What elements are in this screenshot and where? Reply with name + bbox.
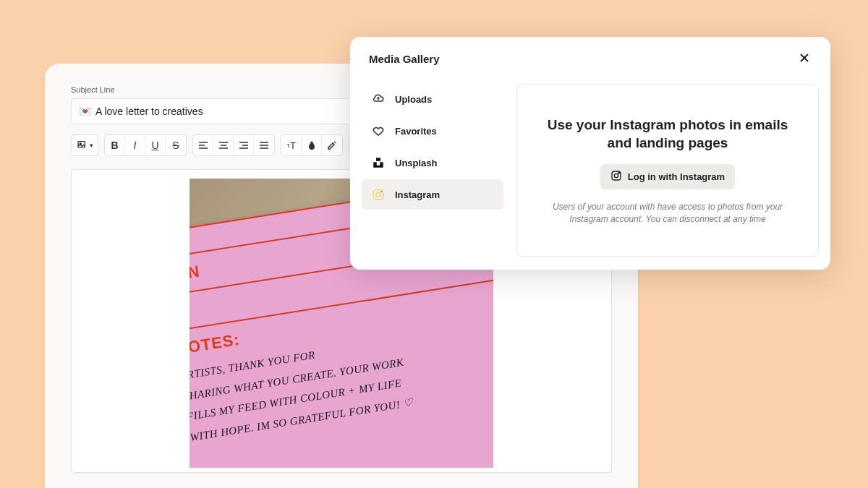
- italic-button[interactable]: I: [125, 135, 145, 155]
- instagram-icon: [372, 188, 385, 201]
- instagram-heading: Use your Instagram photos in emails and …: [546, 116, 789, 153]
- text-size-button[interactable]: TT: [281, 135, 302, 155]
- subject-line-value: A love letter to creatives: [95, 106, 203, 117]
- unsplash-icon: [372, 156, 385, 169]
- login-with-instagram-button[interactable]: Log in with Instagram: [600, 164, 735, 189]
- instagram-disclaimer: Users of your account with have access t…: [552, 201, 783, 226]
- svg-rect-16: [376, 158, 380, 161]
- align-center-button[interactable]: [213, 135, 234, 155]
- love-letter-emoji: 💌: [79, 106, 91, 117]
- cloud-upload-icon: [372, 93, 385, 106]
- close-button[interactable]: [797, 51, 812, 67]
- underline-button[interactable]: U: [145, 135, 166, 155]
- source-unsplash[interactable]: Unsplash: [362, 147, 503, 178]
- highlight-button[interactable]: [322, 135, 342, 155]
- modal-title: Media Gallery: [369, 53, 440, 65]
- svg-point-19: [380, 191, 382, 192]
- strikethrough-button[interactable]: S: [166, 135, 186, 155]
- svg-point-18: [376, 192, 380, 197]
- media-source-sidebar: Uploads Favorites Unsplash Instagram: [362, 84, 503, 257]
- media-gallery-modal: Media Gallery Uploads Favorites: [350, 37, 830, 270]
- svg-point-21: [614, 174, 618, 177]
- text-color-button[interactable]: [302, 135, 322, 155]
- heart-icon: [372, 124, 385, 137]
- instagram-connect-panel: Use your Instagram photos in emails and …: [516, 84, 819, 257]
- source-favorites[interactable]: Favorites: [362, 116, 503, 146]
- insert-image-button[interactable]: ▾: [72, 135, 98, 155]
- align-right-button[interactable]: [234, 135, 254, 155]
- bold-button[interactable]: B: [105, 135, 125, 155]
- source-instagram[interactable]: Instagram: [362, 179, 503, 210]
- svg-point-22: [618, 172, 620, 174]
- align-left-button[interactable]: [193, 135, 213, 155]
- source-uploads[interactable]: Uploads: [362, 84, 503, 114]
- planner-day-label: SUN: [190, 262, 201, 285]
- align-justify-button[interactable]: [254, 135, 274, 155]
- instagram-icon: [610, 170, 622, 184]
